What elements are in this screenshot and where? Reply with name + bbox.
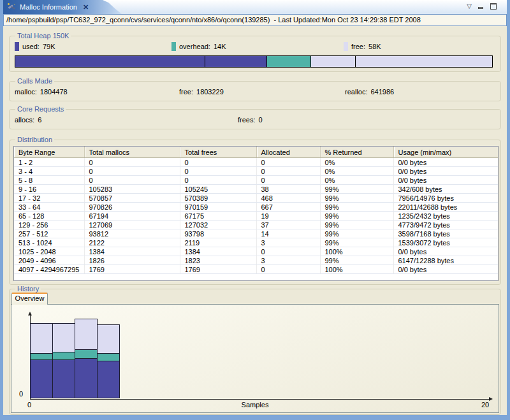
table-cell: 4097 - 4294967295 — [14, 265, 84, 274]
table-cell: 1025 - 2048 — [14, 247, 84, 256]
legend-overhead-value: 14K — [214, 43, 226, 50]
table-cell: 99% — [320, 229, 393, 238]
stat-frees: frees: 0 — [238, 116, 263, 124]
table-cell: 0 — [180, 176, 256, 185]
stat-frees-value: 0 — [259, 116, 263, 124]
table-row[interactable]: 257 - 51293812937981499%3598/7168 bytes — [14, 229, 498, 238]
legend-overhead: overhead: 14K — [171, 42, 226, 51]
stat-allocs-label: allocs: — [15, 116, 34, 124]
stat-malloc: malloc: 1804478 — [15, 88, 68, 96]
table-cell: 0 — [256, 158, 320, 167]
table-cell: 0% — [320, 158, 393, 167]
table-row[interactable]: 17 - 3257085757038946899%7956/14976 byte… — [14, 194, 498, 203]
table-cell: 2122 — [84, 238, 180, 247]
table-cell: 0 — [180, 158, 256, 167]
table-cell: 0% — [320, 167, 393, 176]
history-bar-segment-used — [75, 358, 98, 398]
table-cell: 5 - 8 — [14, 176, 84, 185]
col-total-mallocs[interactable]: Total mallocs — [84, 147, 180, 158]
table-cell: 0 — [256, 265, 320, 274]
table-cell: 3 — [256, 238, 320, 247]
col-allocated[interactable]: Allocated — [256, 147, 320, 158]
malloc-content: Total Heap 150K used: 79K overhead: 14K … — [3, 26, 507, 415]
col-pct-returned[interactable]: % Returned — [320, 147, 393, 158]
minimize-icon[interactable] — [478, 4, 484, 10]
stat-free: free: 1803229 — [179, 88, 224, 96]
x-axis-title: Samples — [11, 401, 499, 409]
tab-overview[interactable]: Overview — [11, 293, 48, 305]
history-bar-segment-overhead — [52, 352, 75, 360]
table-cell: 0/0 bytes — [393, 176, 498, 185]
table-cell: 0/0 bytes — [393, 247, 498, 256]
core-requests-group: Core Requests allocs: 6 frees: 0 — [9, 109, 501, 129]
table-cell: 0 — [84, 158, 180, 167]
table-cell: 65 - 128 — [14, 212, 84, 221]
history-bar-segment-free — [75, 319, 98, 350]
table-cell: 970159 — [180, 203, 256, 212]
table-cell: 3598/7168 bytes — [393, 229, 498, 238]
table-row[interactable]: 65 - 12867194671751999%1235/2432 bytes — [14, 212, 498, 221]
table-row[interactable]: 3 - 40000%0/0 bytes — [14, 167, 498, 176]
table-cell: 0 — [256, 247, 320, 256]
table-row[interactable]: 1 - 20000%0/0 bytes — [14, 158, 498, 167]
table-cell: 0 — [180, 167, 256, 176]
table-cell: 9 - 16 — [14, 185, 84, 194]
table-cell: 0/0 bytes — [393, 265, 498, 274]
table-row[interactable]: 9 - 161052831052453899%342/608 bytes — [14, 185, 498, 194]
table-row[interactable]: 129 - 2561270691270323799%4773/9472 byte… — [14, 221, 498, 229]
table-cell: 22011/42688 bytes — [393, 203, 498, 212]
y-axis-origin-label: 0 — [19, 390, 23, 398]
table-cell: 100% — [320, 247, 393, 256]
view-menu-icon[interactable]: ▽ — [467, 2, 472, 11]
table-row[interactable]: 5 - 80000%0/0 bytes — [14, 176, 498, 185]
table-cell: 513 - 1024 — [14, 238, 84, 247]
table-cell: 93798 — [180, 229, 256, 238]
stat-frees-label: frees: — [238, 116, 256, 124]
close-icon[interactable]: ✕ — [83, 3, 89, 11]
table-cell: 99% — [320, 185, 393, 194]
legend-free: free: 58K — [344, 42, 381, 51]
history-bar-segment-used — [97, 361, 120, 398]
malloc-tool-icon — [6, 2, 17, 12]
col-usage[interactable]: Usage (min/max) — [393, 147, 498, 158]
stat-allocs-value: 6 — [38, 116, 41, 124]
history-bar-segment-used — [30, 359, 53, 398]
table-cell: 1235/2432 bytes — [393, 212, 498, 221]
stat-realloc-value: 641986 — [370, 88, 394, 96]
col-byte-range[interactable]: Byte Range — [14, 147, 84, 158]
heap-segment-overhead — [266, 55, 311, 68]
history-bar-segment-free — [30, 323, 53, 354]
tab-malloc-information[interactable]: Malloc Information ✕ — [3, 0, 122, 14]
view-toolbar: ▽ — [467, 2, 497, 11]
legend-used-value: 79K — [43, 43, 55, 50]
history-bar-segment-free — [97, 324, 120, 354]
table-cell: 1384 — [180, 247, 256, 256]
table-row[interactable]: 513 - 102421222119399%1539/3072 bytes — [14, 238, 498, 247]
legend-overhead-label: overhead: — [179, 43, 210, 50]
table-row[interactable]: 4097 - 4294967295176917690100%0/0 bytes — [14, 265, 498, 274]
legend-free-value: 58K — [368, 43, 381, 50]
stat-malloc-label: malloc: — [15, 88, 37, 96]
distribution-group: Distribution Byte Range Total mallocs To… — [9, 140, 501, 285]
table-cell: 0% — [320, 176, 393, 185]
table-cell: 1 - 2 — [14, 158, 84, 167]
maximize-icon[interactable] — [490, 3, 497, 10]
table-cell: 0 — [84, 167, 180, 176]
table-cell: 2119 — [180, 238, 256, 247]
table-cell: 3 - 4 — [14, 167, 84, 176]
view-tab-bar: Malloc Information ✕ ▽ — [3, 0, 507, 14]
history-bar-segment-free — [52, 323, 75, 352]
heap-segment-free — [355, 55, 493, 68]
table-row[interactable]: 1025 - 2048138413840100%0/0 bytes — [14, 247, 498, 256]
table-cell: 99% — [320, 212, 393, 221]
col-total-frees[interactable]: Total frees — [180, 147, 256, 158]
table-row[interactable]: 33 - 6497082697015966799%22011/42688 byt… — [14, 203, 498, 212]
table-cell: 99% — [320, 203, 393, 212]
table-cell: 17 - 32 — [14, 194, 84, 203]
calls-made-group: Calls Made malloc: 1804478 free: 1803229… — [9, 81, 501, 101]
table-cell: 570389 — [180, 194, 256, 203]
heap-segment-free — [310, 55, 356, 68]
table-row[interactable]: 2049 - 409618261823399%6147/12288 bytes — [14, 256, 498, 265]
table-cell: 67194 — [84, 212, 180, 221]
history-bar-segment-overhead — [75, 349, 98, 359]
